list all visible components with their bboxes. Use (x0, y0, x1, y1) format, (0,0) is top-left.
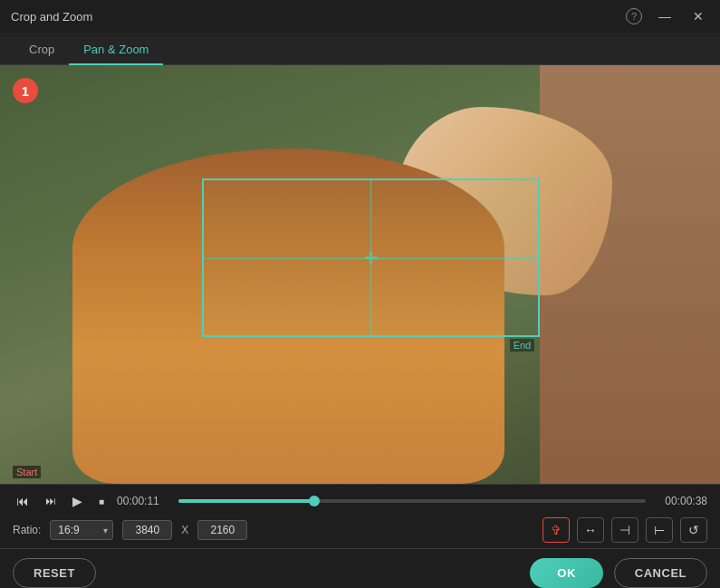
step-back-button[interactable]: ⏭ (42, 493, 60, 509)
stop-button[interactable]: ■ (95, 495, 108, 508)
action-row: RESET OK CANCEL (0, 548, 720, 588)
scene-dog (72, 149, 504, 484)
right-buttons: OK CANCEL (530, 558, 707, 588)
align-right-icon: ⊢ (654, 523, 665, 537)
titlebar: Crop and Zoom ? — ✕ (0, 0, 720, 33)
cancel-button[interactable]: CANCEL (614, 558, 707, 588)
rotate-icon: ↺ (688, 523, 699, 537)
rotate-button[interactable]: ↺ (680, 517, 707, 543)
reset-button[interactable]: RESET (13, 558, 96, 588)
playback-row: ⏮ ⏭ ▶ ■ 00:00:11 00:00:38 (13, 492, 707, 510)
progress-thumb[interactable] (309, 496, 320, 506)
minimize-button[interactable]: — (653, 7, 677, 25)
progress-fill (178, 499, 314, 503)
window-controls: ? — ✕ (626, 7, 709, 25)
tab-pan-zoom[interactable]: Pan & Zoom (69, 35, 163, 65)
current-time: 00:00:11 (117, 495, 169, 507)
dimension-separator: X (181, 524, 188, 536)
play-button[interactable]: ▶ (69, 492, 86, 510)
close-button[interactable]: ✕ (687, 7, 709, 25)
flip-h-icon: ↔ (584, 523, 597, 537)
align-left-button[interactable]: ⊣ (611, 517, 638, 543)
ratio-select-wrap: 16:9 4:3 1:1 9:16 Custom (50, 520, 113, 540)
crop-tools: ✞ ↔ ⊣ ⊢ ↺ (542, 517, 707, 543)
height-value: 2160 (197, 520, 247, 540)
tab-bar: Crop Pan & Zoom (0, 33, 720, 65)
width-value: 3840 (122, 520, 172, 540)
controls-area: ⏮ ⏭ ▶ ■ 00:00:11 00:00:38 Ratio: 16:9 4:… (0, 484, 720, 548)
keyframe-badge: 1 (13, 78, 38, 103)
progress-bar[interactable] (178, 499, 646, 503)
ratio-select[interactable]: 16:9 4:3 1:1 9:16 Custom (50, 520, 113, 540)
fit-icon: ✞ (551, 523, 562, 537)
window-title: Crop and Zoom (11, 10, 92, 24)
ratio-label: Ratio: (13, 524, 41, 536)
tab-crop[interactable]: Crop (14, 35, 69, 65)
frame-start-label: Start (13, 466, 41, 478)
help-icon[interactable]: ? (626, 8, 642, 24)
ok-button[interactable]: OK (530, 558, 603, 588)
align-right-button[interactable]: ⊢ (646, 517, 673, 543)
fit-tool-button[interactable]: ✞ (542, 517, 570, 543)
total-time: 00:00:38 (655, 495, 707, 507)
ratio-row: Ratio: 16:9 4:3 1:1 9:16 Custom 3840 X 2… (13, 517, 707, 543)
flip-h-button[interactable]: ↔ (577, 517, 604, 543)
align-left-icon: ⊣ (619, 523, 630, 537)
video-preview: 1 ✛ End Start (0, 65, 720, 484)
prev-frame-button[interactable]: ⏮ (13, 492, 33, 510)
